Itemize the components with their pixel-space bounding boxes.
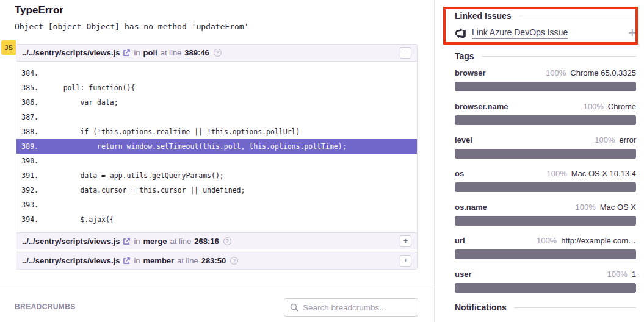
tag-percent: 100% xyxy=(546,68,566,77)
tag-distribution-bar[interactable] xyxy=(455,249,636,259)
tag-distribution-bar[interactable] xyxy=(455,82,636,91)
code-line: 391. data = app.utils.getQueryParams(); xyxy=(16,168,417,183)
expand-frame-button[interactable]: + xyxy=(400,255,411,267)
tag-key[interactable]: level xyxy=(455,135,472,145)
source-code-context: 384. 385. poll: function(){ 386. var dat… xyxy=(16,62,417,232)
line-code: if (!this.options.realtime || !this.opti… xyxy=(38,124,300,139)
question-circle-icon[interactable]: ? xyxy=(223,237,231,245)
code-line: 390. xyxy=(16,154,417,168)
tag-value[interactable]: Chrome xyxy=(608,102,636,111)
breadcrumbs-heading: BREADCRUMBS xyxy=(15,302,76,311)
search-input[interactable] xyxy=(303,303,412,312)
tags-heading: Tags xyxy=(455,51,636,61)
tag-value[interactable]: Mac OS X xyxy=(600,202,636,212)
line-number: 392. xyxy=(16,183,38,198)
frame-function: poll xyxy=(143,48,157,57)
tag-row-user: user100%1 xyxy=(455,270,636,293)
line-code: $.ajax({ xyxy=(38,212,114,227)
tag-key[interactable]: os.name xyxy=(455,202,487,212)
tag-key[interactable]: browser.name xyxy=(455,102,508,111)
tag-value[interactable]: Mac OS X 10.13.4 xyxy=(571,169,636,178)
tag-key[interactable]: url xyxy=(455,236,465,245)
link-azure-devops-issue-link[interactable]: Link Azure DevOps Issue xyxy=(472,27,568,39)
tag-value[interactable]: http://example.com… xyxy=(561,236,636,245)
line-number: 390. xyxy=(16,154,38,168)
tag-distribution-bar[interactable] xyxy=(455,182,636,192)
external-link-icon[interactable] xyxy=(123,49,130,56)
issue-detail-page: TypeError Object [object Object] has no … xyxy=(0,0,644,322)
line-code: var data; xyxy=(38,95,118,110)
line-code xyxy=(38,66,46,80)
external-link-icon[interactable] xyxy=(123,257,130,264)
line-code: data = app.utils.getQueryParams(); xyxy=(38,168,224,183)
line-code xyxy=(38,154,46,168)
sidebar-divider xyxy=(434,0,435,322)
linked-issues-row: Link Azure DevOps Issue + xyxy=(455,27,636,39)
tag-row-os: os100%Mac OS X 10.13.4 xyxy=(455,169,636,192)
question-circle-icon[interactable]: ? xyxy=(214,49,222,57)
line-code: return window.setTimeout(this.poll, this… xyxy=(38,139,347,154)
linked-issues-heading: Linked Issues xyxy=(455,11,636,21)
code-line: 386. var data; xyxy=(16,95,417,110)
line-number: 386. xyxy=(16,95,38,110)
expand-frame-button[interactable]: + xyxy=(400,235,411,247)
tag-distribution-bar[interactable] xyxy=(455,115,636,125)
tag-key[interactable]: browser xyxy=(455,68,486,77)
line-number: 394. xyxy=(16,212,38,227)
tag-percent: 100% xyxy=(595,135,615,145)
code-line: 384. xyxy=(16,66,417,80)
stack-frame-header-merge[interactable]: ../../sentry/scripts/views.js in merge a… xyxy=(16,232,417,249)
collapse-frame-button[interactable]: − xyxy=(400,47,411,59)
tag-percent: 100% xyxy=(607,270,628,279)
breadcrumbs-search[interactable] xyxy=(284,298,418,317)
frame-filename[interactable]: ../../sentry/scripts/views.js xyxy=(22,48,120,57)
code-line: 385. poll: function(){ xyxy=(16,80,417,95)
notifications-heading: Notifications xyxy=(455,302,636,312)
frame-function: member xyxy=(143,256,175,265)
frame-atline-label: at line xyxy=(170,237,192,246)
tag-distribution-bar[interactable] xyxy=(455,149,636,159)
frame-in-label: in xyxy=(134,256,140,265)
question-circle-icon[interactable]: ? xyxy=(230,257,238,265)
frame-filename[interactable]: ../../sentry/scripts/views.js xyxy=(22,256,120,265)
code-line-active: 389. return window.setTimeout(this.poll,… xyxy=(16,139,417,154)
frame-lineno: 283:50 xyxy=(201,256,226,265)
line-number: 391. xyxy=(16,168,38,183)
tag-row-url: url100%http://example.com… xyxy=(455,236,636,259)
linked-issues-title: Linked Issues xyxy=(455,11,512,21)
stacktrace-panel: ../../sentry/scripts/views.js in poll at… xyxy=(16,44,418,270)
tag-distribution-bar[interactable] xyxy=(455,216,636,226)
error-type-title: TypeError xyxy=(15,4,63,16)
tag-percent: 100% xyxy=(584,102,604,111)
frame-filename[interactable]: ../../sentry/scripts/views.js xyxy=(22,237,120,246)
notifications-title: Notifications xyxy=(455,302,507,312)
line-code xyxy=(38,110,46,124)
error-message: Object [object Object] has no method 'up… xyxy=(15,22,249,31)
tag-value[interactable]: error xyxy=(620,135,636,145)
line-code: poll: function(){ xyxy=(38,80,135,95)
tag-value[interactable]: 1 xyxy=(632,270,636,279)
tag-percent: 100% xyxy=(576,202,596,212)
frame-atline-label: at line xyxy=(161,48,182,57)
external-link-icon[interactable] xyxy=(123,238,130,245)
code-line: 394. $.ajax({ xyxy=(16,212,417,227)
tag-row-browser-name: browser.name100%Chrome xyxy=(455,102,636,125)
frame-function: merge xyxy=(143,237,167,246)
search-icon xyxy=(290,303,298,312)
frame-atline-label: at line xyxy=(177,256,198,265)
stack-frame-header-member[interactable]: ../../sentry/scripts/views.js in member … xyxy=(16,252,417,269)
tags-title: Tags xyxy=(455,51,474,61)
tag-percent: 100% xyxy=(537,236,557,245)
line-number: 388. xyxy=(16,124,38,139)
tag-distribution-bar[interactable] xyxy=(455,283,636,293)
frame-lineno: 268:16 xyxy=(194,237,219,246)
tag-key[interactable]: os xyxy=(455,169,464,178)
line-number: 393. xyxy=(16,198,38,212)
tag-key[interactable]: user xyxy=(455,270,471,279)
add-linked-issue-button[interactable]: + xyxy=(628,27,636,39)
code-line: 387. xyxy=(16,110,417,124)
tag-value[interactable]: Chrome 65.0.3325 xyxy=(570,68,636,77)
stack-frame-header-poll[interactable]: ../../sentry/scripts/views.js in poll at… xyxy=(16,45,417,62)
azure-devops-icon xyxy=(455,27,466,39)
code-line: 393. xyxy=(16,198,417,212)
